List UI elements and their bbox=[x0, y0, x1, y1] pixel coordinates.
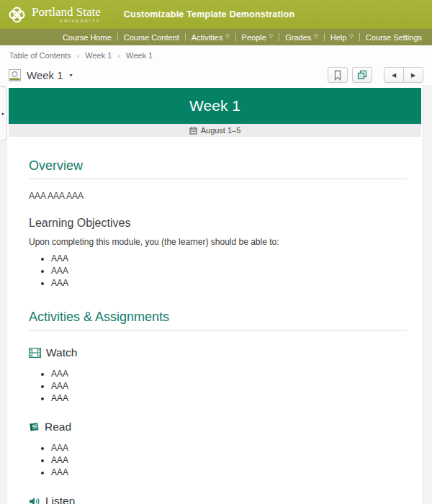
bookmark-button[interactable] bbox=[328, 67, 348, 83]
list-item: AAA bbox=[51, 467, 407, 479]
breadcrumb-week1-current[interactable]: Week 1 bbox=[126, 51, 153, 60]
course-navbar: Course Home Course Content Activities ▽ … bbox=[0, 29, 432, 45]
list-item: AAA bbox=[51, 442, 407, 454]
bookmark-icon bbox=[333, 70, 342, 81]
list-item: AAA bbox=[51, 368, 407, 380]
list-item: AAA bbox=[51, 277, 407, 289]
listen-section-title: Listen bbox=[29, 495, 407, 504]
learning-objectives-heading: Learning Objectives bbox=[29, 217, 407, 230]
listen-title: Listen bbox=[45, 495, 75, 504]
list-item: AAA bbox=[51, 253, 407, 265]
breadcrumb-separator-icon: › bbox=[77, 51, 80, 60]
nav-label: Course Content bbox=[124, 33, 179, 42]
nav-label: Course Settings bbox=[366, 33, 422, 42]
university-subtitle: UNIVERSITY bbox=[32, 19, 101, 23]
read-section-title: Read bbox=[29, 420, 407, 433]
speaker-icon bbox=[29, 497, 40, 504]
context-menu-caret-icon[interactable]: ▾ bbox=[70, 72, 73, 78]
overview-heading: Overview bbox=[29, 158, 407, 179]
nav-course-settings[interactable]: Course Settings bbox=[360, 33, 428, 42]
list-item: AAA bbox=[51, 380, 407, 392]
copy-pages-icon bbox=[357, 70, 367, 80]
dropdown-caret-icon: ▽ bbox=[314, 34, 318, 40]
page-title: Week 1 bbox=[27, 69, 63, 81]
nav-label: Grades bbox=[285, 33, 311, 42]
dropdown-caret-icon: ▽ bbox=[269, 34, 273, 40]
nav-label: People bbox=[242, 33, 266, 42]
breadcrumb-table-of-contents[interactable]: Table of Contents bbox=[9, 51, 71, 60]
watch-list: AAA AAA AAA bbox=[29, 368, 407, 405]
university-name: Portland State bbox=[32, 6, 101, 18]
list-item: AAA bbox=[51, 454, 407, 467]
course-title: Customizable Template Demonstration bbox=[124, 9, 294, 19]
watch-section-title: Watch bbox=[29, 346, 407, 359]
module-type-icon bbox=[9, 69, 21, 81]
dropdown-caret-icon: ▽ bbox=[349, 34, 353, 40]
breadcrumb-separator-icon: › bbox=[117, 51, 120, 60]
previous-arrow-icon: ◀ bbox=[392, 72, 396, 78]
objectives-list: AAA AAA AAA bbox=[29, 253, 407, 289]
next-page-button[interactable]: ▶ bbox=[403, 67, 423, 83]
content-toolbar: Week 1 ▾ ◀ ▶ bbox=[0, 65, 432, 85]
nav-label: Help bbox=[330, 33, 347, 42]
module-content: Overview AAA AAA AAA Learning Objectives… bbox=[7, 158, 423, 504]
nav-label: Activities bbox=[192, 33, 222, 42]
expand-toc-panel-handle[interactable]: ▸ bbox=[0, 86, 7, 141]
calendar-icon bbox=[189, 127, 197, 135]
watch-title: Watch bbox=[46, 346, 77, 359]
film-icon bbox=[29, 348, 41, 358]
activities-heading: Activities & Assignments bbox=[29, 310, 407, 330]
breadcrumb-week1[interactable]: Week 1 bbox=[85, 51, 112, 60]
nav-activities[interactable]: Activities ▽ bbox=[186, 33, 235, 42]
nav-help[interactable]: Help ▽ bbox=[325, 33, 359, 42]
module-banner: Week 1 bbox=[9, 88, 421, 124]
next-arrow-icon: ▶ bbox=[411, 72, 415, 78]
psu-logo[interactable]: Portland State UNIVERSITY bbox=[7, 5, 101, 24]
date-range: August 1–5 bbox=[201, 126, 241, 135]
app-header: Portland State UNIVERSITY Customizable T… bbox=[0, 0, 432, 29]
nav-course-content[interactable]: Course Content bbox=[118, 33, 185, 42]
nav-label: Course Home bbox=[63, 33, 112, 42]
read-title: Read bbox=[45, 420, 71, 433]
banner-title: Week 1 bbox=[189, 97, 240, 114]
nav-people[interactable]: People ▽ bbox=[236, 33, 279, 42]
dropdown-caret-icon: ▽ bbox=[225, 34, 229, 40]
overview-text: AAA AAA AAA bbox=[29, 191, 407, 201]
content-panel: Week 1 August 1–5 Overview AAA AAA AAA L… bbox=[7, 85, 423, 504]
breadcrumb: Table of Contents › Week 1 › Week 1 bbox=[0, 45, 432, 65]
book-icon bbox=[29, 422, 40, 432]
list-item: AAA bbox=[51, 392, 407, 405]
page-area: ▸ Week 1 August 1–5 Overview AAA AAA AAA… bbox=[0, 85, 432, 504]
chevron-right-icon: ▸ bbox=[2, 111, 5, 117]
previous-page-button[interactable]: ◀ bbox=[384, 67, 404, 83]
objectives-intro: Upon completing this module, you (the le… bbox=[29, 237, 407, 247]
print-download-button[interactable] bbox=[352, 67, 372, 83]
read-list: AAA AAA AAA bbox=[29, 442, 407, 479]
psu-knot-icon bbox=[7, 5, 27, 24]
nav-course-home[interactable]: Course Home bbox=[57, 33, 117, 42]
nav-grades[interactable]: Grades ▽ bbox=[279, 33, 323, 42]
list-item: AAA bbox=[51, 265, 407, 277]
date-bar: August 1–5 bbox=[9, 124, 421, 137]
